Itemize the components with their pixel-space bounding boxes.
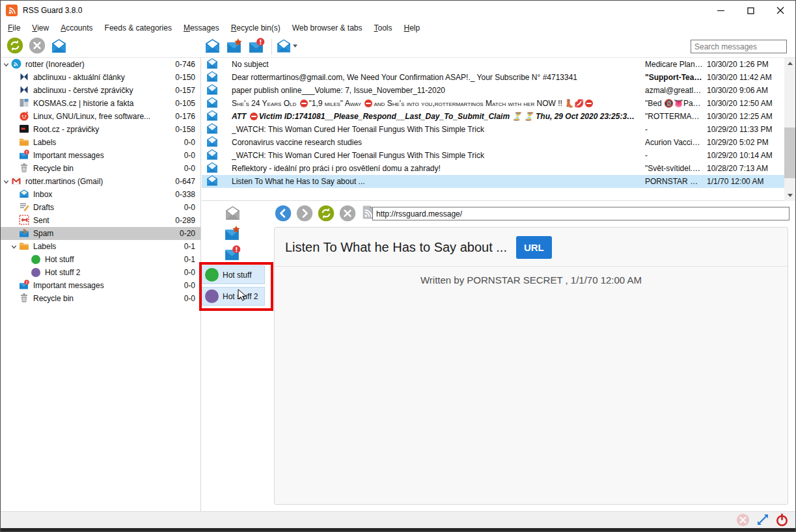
message-content: Listen To What he Has to Say about ... U…	[274, 227, 788, 505]
message-author: "Support-Team" ...	[645, 73, 707, 82]
power-button[interactable]	[775, 514, 789, 527]
sidebar-item-sent[interactable]: Sent 0-289	[1, 214, 200, 227]
sidebar-item-important-messages[interactable]: Important messages 0-0	[1, 279, 200, 292]
envelope-open-icon	[206, 161, 219, 176]
inoreader-icon	[11, 59, 21, 71]
message-date: 10/30/20 9:06 AM	[707, 86, 796, 95]
sidebar-item-recycle-bin[interactable]: Recycle bin 0-0	[1, 162, 200, 175]
envelope-open-icon	[206, 174, 219, 189]
message-row[interactable]: She's 24 Years Old "1,9 miles" Away and …	[202, 97, 796, 110]
mark-important-button[interactable]	[248, 38, 266, 55]
message-row[interactable]: Coronavirus vaccine research studies Acu…	[202, 136, 796, 149]
url-input[interactable]	[372, 207, 789, 220]
scroll-down-icon[interactable]	[784, 190, 795, 201]
message-date: 10/29/20 10:14 AM	[707, 151, 796, 160]
envelope-open-icon	[206, 96, 219, 111]
message-row[interactable]: _WATCH: This Woman Cured Her Toenail Fun…	[202, 149, 796, 162]
scrollbar-thumb[interactable]	[784, 127, 795, 178]
message-subject: Listen To What he Has to Say about ...	[232, 177, 645, 186]
message-row[interactable]: paper publish online___Volume: 7, Issue_…	[202, 84, 796, 97]
sidebar-item-root-cz-zpr-vi-ky[interactable]: Root.cz - zprávičky 0-158	[1, 123, 200, 136]
menu-feeds-categories[interactable]: Feeds & categories	[99, 21, 178, 34]
sidebar-item-linux-gnu-linux-free-software[interactable]: Linux, GNU/Linux, free software... 0-176	[1, 110, 200, 123]
label-color-icon	[205, 289, 219, 303]
mark-starred-button[interactable]	[224, 226, 241, 243]
menu-tools[interactable]: Tools	[368, 21, 398, 34]
update-feeds-button[interactable]	[6, 38, 23, 55]
chevron-down-icon[interactable]	[8, 241, 19, 252]
sidebar-item-recycle-bin[interactable]: Recycle bin 0-0	[1, 292, 200, 305]
menu-help[interactable]: Help	[398, 21, 426, 34]
unread-count: 0-157	[175, 86, 195, 95]
close-disabled-button[interactable]	[736, 514, 750, 527]
message-title: Listen To What he Has to Say about ...	[285, 240, 507, 255]
status-close-icon	[736, 513, 750, 529]
mark-all-read-button[interactable]	[50, 38, 68, 55]
rssguard-window: RSS Guard 3.8.0 FileViewAccountsFeeds & …	[0, 0, 796, 532]
sidebar-item-abclinuxu-erstv-zpr-vi-ky[interactable]: abclinuxu - čerstvé zprávičky 0-157	[1, 84, 200, 97]
menu-web-browser-tabs[interactable]: Web browser & tabs	[286, 21, 368, 34]
mark-important-button[interactable]	[224, 246, 241, 263]
close-button[interactable]	[765, 1, 795, 20]
forward-button[interactable]	[296, 205, 313, 222]
menu-file[interactable]: File	[2, 21, 26, 34]
menu-recycle-bin-s[interactable]: Recycle bin(s)	[225, 21, 286, 34]
unread-count: 0-0	[184, 294, 195, 303]
message-row[interactable]: Dear rottermartinos@gmail.com, We Need Y…	[202, 71, 796, 84]
minimize-button[interactable]	[706, 1, 735, 20]
preview-side-toolbar	[224, 206, 241, 263]
sidebar-item-inbox[interactable]: Inbox 0-338	[1, 188, 200, 201]
scroll-up-icon[interactable]	[784, 58, 795, 69]
label-purple-icon	[31, 268, 40, 277]
no-entry-icon	[250, 113, 258, 120]
message-row[interactable]: ATT Victim ID:1741081__Please_Respond__L…	[202, 110, 796, 123]
chevron-down-icon[interactable]	[1, 176, 11, 187]
message-row[interactable]: No subject Medicare Plan <e... 10/30/20 …	[202, 58, 796, 71]
stop-button[interactable]	[339, 205, 356, 222]
sidebar-item-labels[interactable]: Labels 0-0	[1, 136, 200, 149]
label-chip-hot-stuff[interactable]: Hot stuff	[202, 265, 265, 284]
reload-button[interactable]	[318, 205, 335, 222]
sidebar-item-rotter-inoreader[interactable]: rotter (Inoreader) 0-746	[1, 58, 200, 71]
mark-read-button[interactable]	[204, 38, 221, 55]
fullscreen-button[interactable]	[756, 514, 769, 527]
menu-view[interactable]: View	[26, 21, 55, 34]
message-date: 10/29/20 11:33 PM	[707, 125, 796, 134]
sidebar-item-kosmas-cz-historie-a-fakta[interactable]: KOSMAS.cz | historie a fakta 0-105	[1, 97, 200, 110]
message-list-scrollbar[interactable]	[784, 58, 795, 201]
message-row[interactable]: _WATCH: This Woman Cured Her Toenail Fun…	[202, 123, 796, 136]
mark-read-button[interactable]	[224, 206, 241, 222]
envelope-star-icon	[226, 38, 243, 56]
open-url-button[interactable]: URL	[516, 236, 552, 259]
unread-count: 0-338	[175, 190, 195, 199]
sidebar-item-rotter-martinos-gmail[interactable]: rotter.martinos (Gmail) 0-647	[1, 175, 200, 188]
sidebar-item-spam[interactable]: Spam 0-20	[1, 227, 200, 240]
stop-update-button[interactable]	[28, 38, 46, 55]
sidebar-item-abclinuxu-aktu-ln-l-nky[interactable]: abclinuxu - aktuální články 0-150	[1, 71, 200, 84]
window-title: RSS Guard 3.8.0	[23, 6, 82, 15]
chevron-down-icon[interactable]	[1, 59, 11, 70]
message-date: 10/30/20 1:26 PM	[707, 60, 796, 69]
sidebar-item-hot-stuff-2[interactable]: Hot stuff 2 0-0	[1, 266, 200, 279]
sidebar-item-labels[interactable]: Labels 0-1	[1, 240, 200, 253]
back-button[interactable]	[275, 205, 292, 222]
mark-read-dropdown-button[interactable]	[278, 38, 295, 55]
message-row[interactable]: Listen To What he Has to Say about ... P…	[202, 175, 796, 188]
menu-accounts[interactable]: Accounts	[55, 21, 98, 34]
envelope-open-icon	[206, 83, 219, 98]
sidebar-item-hot-stuff[interactable]: Hot stuff 0-1	[1, 253, 200, 266]
sidebar-item-important-messages[interactable]: Important messages 0-0	[1, 149, 200, 162]
menu-messages[interactable]: Messages	[178, 21, 225, 34]
search-input[interactable]	[691, 40, 787, 53]
unread-count: 0-0	[184, 268, 195, 277]
sidebar-item-drafts[interactable]: Drafts 0-0	[1, 201, 200, 214]
toolbar-separator	[271, 39, 272, 55]
label-chip-hot-stuff-2[interactable]: Hot stuff 2	[202, 287, 265, 306]
stop-gray-icon	[29, 37, 46, 56]
sent-icon	[19, 215, 29, 227]
maximize-button[interactable]	[735, 1, 765, 20]
mark-starred-button[interactable]	[226, 38, 243, 55]
message-subject: Dear rottermartinos@gmail.com, We Need Y…	[232, 73, 645, 82]
message-row[interactable]: Reflektory - ideální pro práci i pro osv…	[202, 162, 796, 175]
no-entry-icon	[364, 100, 372, 107]
